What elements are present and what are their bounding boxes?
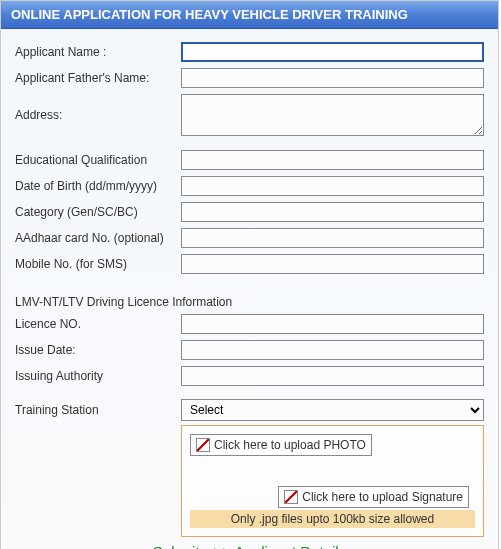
label-licence-no: Licence NO. xyxy=(15,317,181,331)
dob-input[interactable] xyxy=(181,176,484,196)
category-input[interactable] xyxy=(181,202,484,222)
label-applicant-name: Applicant Name : xyxy=(15,45,181,59)
form-container: ONLINE APPLICATION FOR HEAVY VEHICLE DRI… xyxy=(0,0,499,549)
upload-signature-label: Click here to upload Signature xyxy=(302,490,463,504)
applicant-name-input[interactable] xyxy=(181,42,484,62)
father-name-input[interactable] xyxy=(181,68,484,88)
label-father-name: Applicant Father's Name: xyxy=(15,71,181,85)
issuing-auth-input[interactable] xyxy=(181,366,484,386)
licence-section-label: LMV-NT/LTV Driving Licence Information xyxy=(15,295,484,309)
upload-photo-label: Click here to upload PHOTO xyxy=(214,438,366,452)
aadhaar-input[interactable] xyxy=(181,228,484,248)
label-aadhaar: AAdhaar card No. (optional) xyxy=(15,231,181,245)
upload-note: Only .jpg files upto 100kb size allowed xyxy=(190,510,475,528)
label-training-station: Training Station xyxy=(15,403,181,417)
page-title: ONLINE APPLICATION FOR HEAVY VEHICLE DRI… xyxy=(1,1,498,29)
label-issue-date: Issue Date: xyxy=(15,343,181,357)
licence-no-input[interactable] xyxy=(181,314,484,334)
label-mobile: Mobile No. (for SMS) xyxy=(15,257,181,271)
mobile-input[interactable] xyxy=(181,254,484,274)
upload-box: Click here to upload PHOTO Click here to… xyxy=(181,425,484,537)
broken-image-icon xyxy=(196,438,210,452)
upload-photo-button[interactable]: Click here to upload PHOTO xyxy=(190,434,372,456)
label-issuing-auth: Issuing Authority xyxy=(15,369,181,383)
edu-input[interactable] xyxy=(181,150,484,170)
label-dob: Date of Birth (dd/mm/yyyy) xyxy=(15,179,181,193)
label-address: Address: xyxy=(15,108,181,122)
label-edu: Educational Qualification xyxy=(15,153,181,167)
training-station-select[interactable]: Select xyxy=(181,399,484,421)
submit-link[interactable]: Submit -->> Applicant Details xyxy=(153,543,346,549)
form-area: Applicant Name : Applicant Father's Name… xyxy=(1,29,498,549)
broken-image-icon xyxy=(284,490,298,504)
label-category: Category (Gen/SC/BC) xyxy=(15,205,181,219)
address-input[interactable] xyxy=(181,94,484,136)
issue-date-input[interactable] xyxy=(181,340,484,360)
upload-signature-button[interactable]: Click here to upload Signature xyxy=(278,486,469,508)
